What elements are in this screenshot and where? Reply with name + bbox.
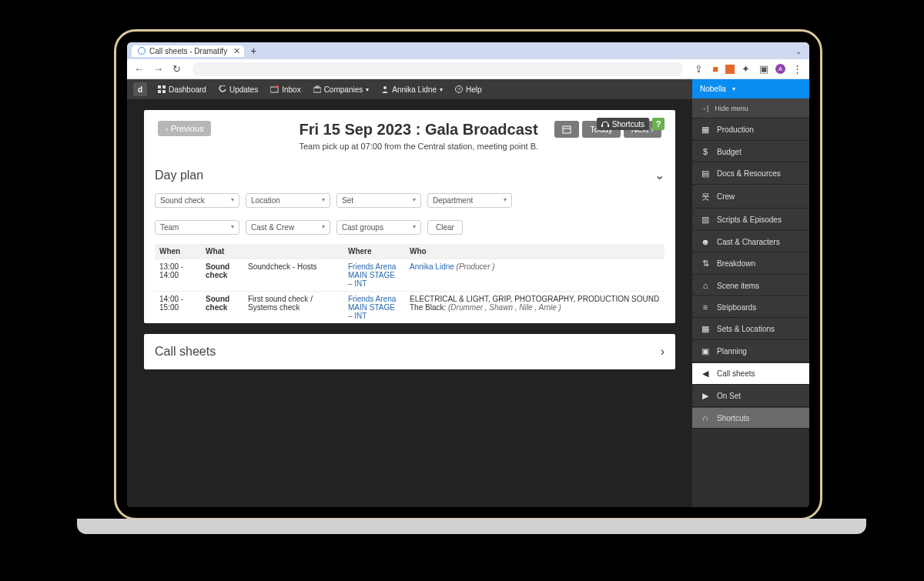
filter-cast-crew[interactable]: Cast & Crew▾ <box>246 220 330 235</box>
page-subtitle: Team pick up at 07:00 from the Central s… <box>299 142 544 151</box>
caret-down-icon: ▾ <box>732 85 735 92</box>
breakdown-icon: ⇅ <box>700 259 711 269</box>
chevron-down-icon: ⌄ <box>654 168 665 182</box>
sidebar-item-stripboards[interactable]: ≡Stripboards <box>692 296 809 318</box>
browser-tab[interactable]: Call sheets - Dramatify ✕ <box>132 45 244 57</box>
sidebar-item-planning[interactable]: ▣Planning <box>692 340 809 362</box>
help-button[interactable]: ? <box>652 118 665 130</box>
megaphone-icon: ◀ <box>700 369 711 379</box>
nav-updates[interactable]: Updates <box>214 85 263 94</box>
sidebar-item-production[interactable]: ▦Production <box>692 119 809 141</box>
sidebar-hide-menu[interactable]: →| Hide menu <box>692 99 809 119</box>
caret-down-icon: ▾ <box>366 86 369 93</box>
set-link[interactable]: MAIN STAGE – INT <box>348 271 395 288</box>
filter-set[interactable]: Set▾ <box>336 193 421 208</box>
filter-cast-groups[interactable]: Cast groups▾ <box>336 220 421 235</box>
nav-inbox[interactable]: Inbox <box>266 85 305 94</box>
table-row: 14:00 - 15:00 Sound check First sound ch… <box>155 292 665 324</box>
new-tab-button[interactable]: + <box>250 45 256 57</box>
nav-dashboard[interactable]: Dashboard <box>153 85 211 94</box>
col-where: Where <box>343 244 405 259</box>
back-icon[interactable]: ← <box>132 63 146 75</box>
svg-rect-12 <box>608 125 609 127</box>
sidebar-item-on-set[interactable]: ▶On Set <box>692 385 809 407</box>
svg-rect-1 <box>162 85 166 88</box>
extensions-icon[interactable]: ✦ <box>739 63 752 75</box>
previous-button[interactable]: ‹ Previous <box>158 121 211 136</box>
tab-title: Call sheets - Dramatify <box>149 47 227 55</box>
favicon-icon <box>138 47 146 55</box>
svg-text:?: ? <box>457 87 460 92</box>
extension-2-icon[interactable] <box>725 65 735 74</box>
sidebar-item-budget[interactable]: $Budget <box>692 141 809 162</box>
headphones-icon <box>601 120 609 128</box>
sidebar-project[interactable]: Nobella ▾ <box>692 79 809 99</box>
sidebar-item-scene-items[interactable]: ⌂Scene items <box>692 275 809 296</box>
sidebar-item-shortcuts[interactable]: ∩Shortcuts <box>692 407 809 429</box>
menu-icon[interactable]: ⋮ <box>790 63 805 75</box>
browser-navbar: ← → ↻ ⇪ ■ ✦ ▣ A ⋮ <box>127 59 809 79</box>
extension-1-icon[interactable]: ■ <box>710 63 721 75</box>
sidebar-item-sets[interactable]: ▦Sets & Locations <box>692 318 809 340</box>
svg-rect-7 <box>316 86 319 88</box>
col-what: What <box>201 244 243 259</box>
forward-icon[interactable]: → <box>151 63 166 75</box>
collapse-icon: →| <box>700 105 708 112</box>
location-link[interactable]: Friends Arena <box>348 262 396 271</box>
film-icon: ▦ <box>700 125 711 135</box>
filter-team[interactable]: Team▾ <box>155 220 239 235</box>
headphones-icon: ∩ <box>700 413 711 422</box>
share-icon[interactable]: ⇪ <box>692 63 705 75</box>
strip-icon: ≡ <box>700 302 711 312</box>
set-link[interactable]: MAIN STAGE – INT <box>348 303 395 320</box>
clear-button[interactable]: Clear <box>427 220 463 235</box>
app-topnav: d Dashboard Updates Inbox <box>127 79 692 99</box>
calendar-icon: ▣ <box>700 346 711 356</box>
clapper-icon: ▶ <box>700 391 711 401</box>
sidebar-item-scripts[interactable]: ▥Scripts & Episodes <box>692 209 809 231</box>
col-desc <box>243 244 343 259</box>
sidebar-item-cast[interactable]: ☻Cast & Characters <box>692 231 809 252</box>
svg-rect-6 <box>313 88 321 92</box>
sidebar-item-breakdown[interactable]: ⇅Breakdown <box>692 252 809 275</box>
svg-rect-0 <box>158 85 161 88</box>
reload-icon[interactable]: ↻ <box>170 63 183 75</box>
svg-rect-13 <box>563 126 571 133</box>
page-title: Fri 15 Sep 2023 : Gala Broadcast <box>299 121 544 139</box>
sidebar-item-crew[interactable]: 웃Crew <box>692 185 809 209</box>
nav-help[interactable]: ? Help <box>450 85 487 94</box>
filter-sound-check[interactable]: Sound check▾ <box>155 193 239 208</box>
profile-avatar[interactable]: A <box>775 64 785 74</box>
sidebar-item-docs[interactable]: ▤Docs & Resources <box>692 162 809 185</box>
filter-location[interactable]: Location▾ <box>246 193 330 208</box>
caret-down-icon: ▾ <box>440 86 443 93</box>
calendar-icon <box>562 125 571 134</box>
shortcuts-button[interactable]: Shortcuts <box>597 118 649 130</box>
mask-icon: ☻ <box>700 237 711 246</box>
calendar-button[interactable] <box>554 121 579 138</box>
briefcase-icon <box>313 85 321 93</box>
svg-rect-3 <box>162 90 166 93</box>
chevron-left-icon: ‹ <box>166 124 169 133</box>
svg-rect-4 <box>270 87 278 92</box>
col-who: Who <box>405 244 665 259</box>
url-input[interactable] <box>192 62 683 76</box>
tabstrip-caret-icon[interactable]: ⌄ <box>795 47 802 55</box>
table-row: 13:00 - 14:00 Sound check Soundcheck - H… <box>155 259 665 292</box>
filter-department[interactable]: Department▾ <box>427 193 512 208</box>
nav-user[interactable]: Annika Lidne ▾ <box>377 85 447 94</box>
person-link[interactable]: Annika Lidne <box>410 262 454 271</box>
svg-rect-11 <box>601 125 603 127</box>
callsheets-header[interactable]: Call sheets › <box>144 334 675 369</box>
browser-tabbar: Call sheets - Dramatify ✕ + ⌄ <box>127 42 809 59</box>
close-icon[interactable]: ✕ <box>233 46 240 56</box>
inbox-icon <box>270 85 279 93</box>
app-logo[interactable]: d <box>133 82 147 96</box>
grid-icon <box>158 85 166 93</box>
panel-icon[interactable]: ▣ <box>757 63 771 75</box>
nav-companies[interactable]: Companies ▾ <box>309 85 374 94</box>
dayplan-header[interactable]: Day plan ⌄ <box>144 162 675 189</box>
sidebar-item-call-sheets[interactable]: ◀Call sheets <box>692 362 809 385</box>
svg-rect-2 <box>158 90 161 93</box>
location-link[interactable]: Friends Arena <box>348 295 396 303</box>
